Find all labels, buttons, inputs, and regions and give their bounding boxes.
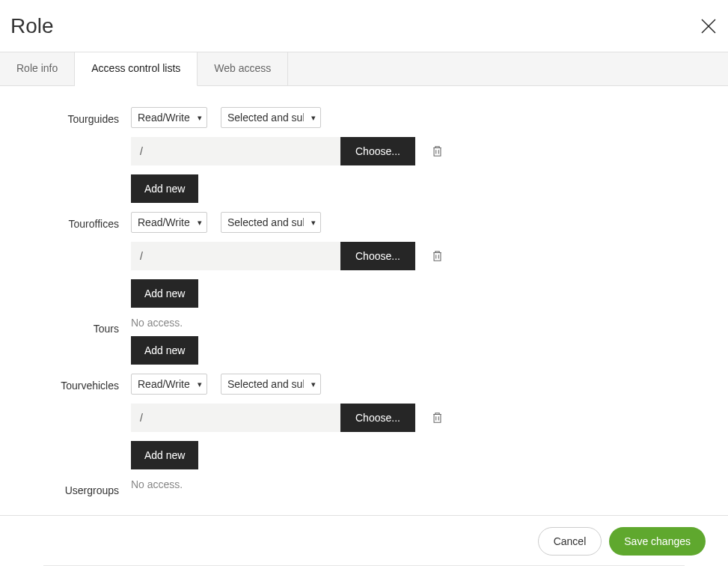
acl-controls: Read/Write Selected and sub items Choose… xyxy=(131,212,728,308)
add-new-button[interactable]: Add new xyxy=(131,279,198,308)
permission-select[interactable]: Read/Write xyxy=(131,212,207,233)
save-button[interactable]: Save changes xyxy=(609,527,706,556)
no-access-text: No access. xyxy=(131,478,728,490)
trash-icon[interactable] xyxy=(432,412,443,424)
add-new-button[interactable]: Add new xyxy=(131,441,198,469)
choose-button[interactable]: Choose... xyxy=(340,404,415,432)
path-input[interactable] xyxy=(131,404,340,432)
permission-select[interactable]: Read/Write xyxy=(131,374,207,395)
tab-access-control-lists[interactable]: Access control lists xyxy=(75,52,198,86)
acl-label: Tours xyxy=(0,317,131,335)
acl-section-tourguides: Tourguides Read/Write Selected and sub i… xyxy=(0,103,728,207)
acl-label: Tourguides xyxy=(0,107,131,125)
acl-section-usergroups: Usergroups No access. xyxy=(0,474,728,502)
acl-label: Tourvehicles xyxy=(0,374,131,392)
tab-web-access[interactable]: Web access xyxy=(198,52,288,85)
modal-header: Role xyxy=(0,0,728,52)
trash-icon[interactable] xyxy=(432,145,443,157)
acl-controls: Read/Write Selected and sub items Choose… xyxy=(131,107,728,203)
acl-label: Touroffices xyxy=(0,212,131,230)
cancel-button[interactable]: Cancel xyxy=(538,527,602,556)
add-new-button[interactable]: Add new xyxy=(131,174,198,203)
tab-role-info[interactable]: Role info xyxy=(0,52,75,85)
modal-content: Tourguides Read/Write Selected and sub i… xyxy=(0,86,728,515)
scope-select[interactable]: Selected and sub items xyxy=(221,374,321,395)
scope-select[interactable]: Selected and sub items xyxy=(221,212,321,233)
acl-controls: No access. xyxy=(131,478,728,498)
acl-controls: Read/Write Selected and sub items Choose… xyxy=(131,374,728,469)
close-icon[interactable] xyxy=(700,17,718,35)
no-access-text: No access. xyxy=(131,317,728,329)
acl-label: Usergroups xyxy=(0,478,131,496)
trash-icon[interactable] xyxy=(432,250,443,262)
modal-title: Role xyxy=(10,14,54,38)
scope-select[interactable]: Selected and sub items xyxy=(221,107,321,128)
permission-select[interactable]: Read/Write xyxy=(131,107,207,128)
path-input[interactable] xyxy=(131,137,340,165)
choose-button[interactable]: Choose... xyxy=(340,137,415,165)
tabs-bar: Role info Access control lists Web acces… xyxy=(0,52,728,86)
acl-section-tours: Tours No access. Add new xyxy=(0,312,728,369)
acl-controls: No access. Add new xyxy=(131,317,728,365)
modal-footer: Cancel Save changes xyxy=(0,515,728,566)
add-new-button[interactable]: Add new xyxy=(131,336,198,365)
path-input[interactable] xyxy=(131,242,340,270)
choose-button[interactable]: Choose... xyxy=(340,242,415,270)
acl-section-tourvehicles: Tourvehicles Read/Write Selected and sub… xyxy=(0,369,728,474)
acl-section-touroffices: Touroffices Read/Write Selected and sub … xyxy=(0,207,728,312)
